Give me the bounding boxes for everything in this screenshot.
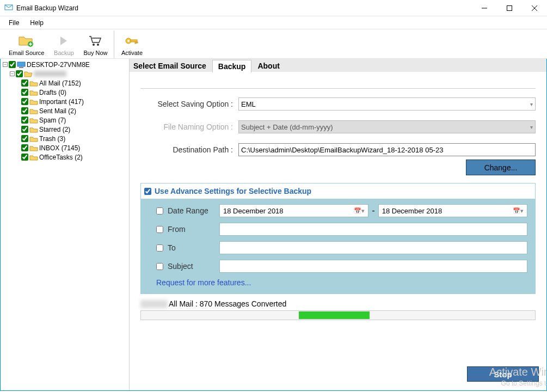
date-range-start-input[interactable]: 18 December 2018 📅▾ [219, 204, 368, 217]
key-icon [124, 33, 139, 48]
folder-tree[interactable]: − DESKTOP-27VNM8E − All Mail (7152)Draft… [1, 59, 130, 390]
advance-settings-checkbox[interactable] [144, 188, 151, 195]
tree-account-checkbox[interactable] [16, 70, 23, 77]
tab-backup[interactable]: Backup [212, 60, 252, 72]
menu-file[interactable]: File [3, 17, 24, 28]
progress-section: All Mail : 870 Messages Converted [140, 299, 536, 320]
tree-item-checkbox[interactable] [21, 135, 28, 142]
saving-option-select[interactable]: EML ▾ [238, 97, 536, 111]
main-split: − DESKTOP-27VNM8E − All Mail (7152)Draft… [0, 59, 547, 391]
progress-bar [140, 310, 536, 320]
folder-icon [29, 136, 38, 142]
tree-item[interactable]: Drafts (0) [2, 88, 128, 97]
tree-item[interactable]: INBOX (7145) [2, 143, 128, 152]
from-checkbox[interactable] [156, 226, 163, 233]
tree-item-checkbox[interactable] [21, 154, 28, 161]
svg-point-11 [127, 40, 130, 42]
backup-label: Backup [54, 50, 74, 56]
date-range-label: Date Range [168, 206, 219, 215]
minimize-button[interactable] [472, 0, 497, 16]
tree-item-checkbox[interactable] [21, 79, 28, 87]
subject-input[interactable] [219, 260, 527, 273]
naming-option-select: Subject + Date (dd-mm-yyyy) ▾ [238, 120, 536, 133]
folder-icon [29, 99, 38, 105]
calendar-icon: 📅▾ [354, 207, 365, 215]
folder-icon [29, 145, 38, 151]
tree-item-label: Important (417) [39, 98, 84, 106]
tree-item-label: OfficeTasks (2) [39, 154, 83, 161]
svg-rect-15 [17, 62, 25, 66]
email-source-button[interactable]: Email Source [4, 30, 48, 58]
stop-button[interactable]: Stop [467, 366, 539, 382]
tree-item-label: INBOX (7145) [39, 144, 80, 152]
titlebar: Email Backup Wizard [0, 0, 547, 16]
to-input[interactable] [219, 241, 527, 254]
progress-chunk [299, 311, 370, 319]
svg-rect-12 [131, 40, 137, 42]
buy-now-button[interactable]: Buy Now [79, 30, 112, 58]
calendar-icon: 📅▾ [513, 207, 524, 215]
tree-item[interactable]: Trash (3) [2, 134, 128, 143]
folder-icon [29, 108, 38, 114]
backup-button[interactable]: Backup [48, 30, 79, 58]
svg-point-8 [93, 44, 95, 46]
tree-root-label: DESKTOP-27VNM8E [27, 61, 90, 69]
cart-icon [88, 33, 102, 48]
progress-text: All Mail : 870 Messages Converted [169, 299, 286, 308]
subject-label: Subject [168, 262, 219, 271]
menu-help[interactable]: Help [24, 17, 49, 28]
content-pane: Select Email Source Backup About Select … [130, 59, 546, 390]
tree-item-checkbox[interactable] [21, 89, 28, 96]
tab-about[interactable]: About [251, 59, 285, 72]
app-icon [4, 3, 13, 14]
svg-point-9 [97, 44, 99, 46]
saving-option-value: EML [241, 100, 256, 108]
chevron-down-icon: ▾ [530, 124, 533, 130]
to-checkbox[interactable] [156, 244, 163, 252]
activate-label: Activate [121, 50, 143, 56]
tree-item-checkbox[interactable] [21, 117, 28, 124]
date-range-end-input[interactable]: 18 December 2018 📅▾ [378, 204, 527, 217]
destination-label: Destination Path : [140, 145, 238, 154]
destination-input[interactable] [238, 143, 536, 156]
tree-item-label: Trash (3) [39, 135, 65, 143]
change-button[interactable]: Change... [466, 160, 536, 175]
maximize-button[interactable] [497, 0, 522, 16]
tree-item-label: Drafts (0) [39, 89, 66, 96]
tree-item[interactable]: All Mail (7152) [2, 78, 128, 88]
chevron-down-icon: ▾ [530, 101, 533, 107]
tree-item[interactable]: Spam (7) [2, 115, 128, 125]
buy-now-label: Buy Now [83, 50, 107, 56]
activate-button[interactable]: Activate [116, 30, 147, 58]
advance-settings-title: Use Advance Settings for Selective Backu… [155, 187, 311, 195]
tree-item[interactable]: OfficeTasks (2) [2, 152, 128, 162]
tree-item[interactable]: Starred (2) [2, 125, 128, 134]
tree-item-label: Starred (2) [39, 126, 70, 133]
tabs: Select Email Source Backup About [130, 59, 546, 72]
tree-item-checkbox[interactable] [21, 144, 28, 151]
tree-item-checkbox[interactable] [21, 126, 28, 133]
tree-item-checkbox[interactable] [21, 98, 28, 105]
close-button[interactable] [522, 0, 547, 16]
tree-item-checkbox[interactable] [21, 107, 28, 114]
date-range-checkbox[interactable] [156, 207, 163, 215]
folder-icon [29, 126, 38, 133]
tree-root-checkbox[interactable] [9, 61, 16, 68]
subject-checkbox[interactable] [156, 263, 163, 270]
tree-account-label-blur [34, 71, 66, 77]
folder-icon [29, 89, 38, 96]
tab-select-source[interactable]: Select Email Source [130, 59, 212, 72]
request-features-link[interactable]: Request for more features... [156, 276, 527, 288]
tree-root[interactable]: − DESKTOP-27VNM8E [2, 60, 128, 69]
advance-settings-panel: Use Advance Settings for Selective Backu… [140, 183, 536, 294]
from-label: From [168, 225, 219, 234]
progress-account-blur [140, 300, 168, 308]
window-title: Email Backup Wizard [16, 4, 472, 12]
saving-option-label: Select Saving Option : [140, 100, 238, 108]
tree-item[interactable]: Sent Mail (2) [2, 106, 128, 115]
tree-account[interactable]: − [2, 69, 128, 78]
svg-rect-16 [19, 67, 23, 68]
toolbar: Email Source Backup Buy Now Activate [0, 29, 547, 59]
from-input[interactable] [219, 223, 527, 236]
tree-item[interactable]: Important (417) [2, 97, 128, 106]
